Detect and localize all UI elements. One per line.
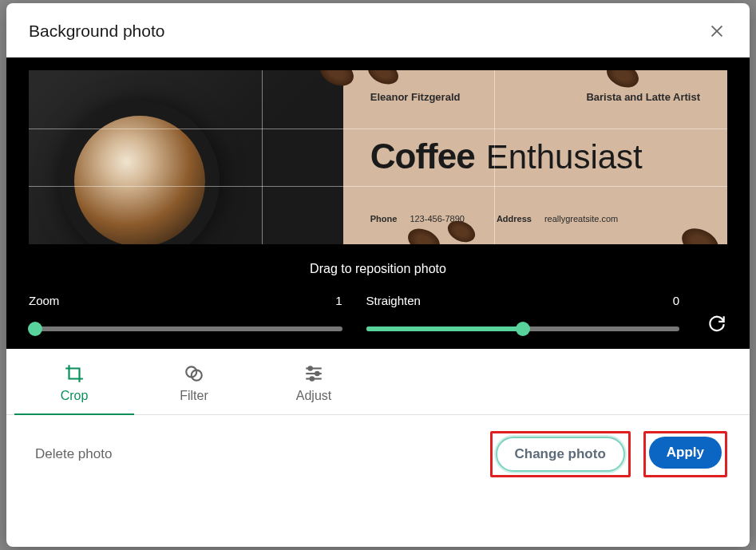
rotate-icon	[707, 313, 727, 334]
crop-icon	[64, 363, 85, 384]
coffee-bean-decor	[364, 70, 402, 89]
change-photo-button[interactable]: Change photo	[496, 437, 625, 472]
photo-headline-1: Coffee	[370, 137, 475, 176]
straighten-value: 0	[673, 294, 679, 307]
straighten-label: Straighten	[366, 294, 421, 307]
address-label: Address	[497, 214, 532, 224]
drag-hint: Drag to reposition photo	[6, 244, 750, 291]
photo-role: Barista and Latte Artist	[586, 91, 700, 103]
close-button[interactable]	[703, 18, 730, 45]
modal-header: Background photo	[6, 3, 750, 57]
photo-left-panel	[29, 70, 343, 244]
tab-crop[interactable]: Crop	[14, 349, 134, 414]
modal-title: Background photo	[29, 22, 164, 41]
zoom-label: Zoom	[29, 294, 59, 307]
svg-point-7	[309, 366, 312, 370]
slider-controls: Zoom 1 Straighten 0	[6, 291, 750, 349]
photo-preview: Eleanor Fitzgerald Barista and Latte Art…	[29, 70, 727, 244]
straighten-control: Straighten 0	[366, 294, 680, 331]
photo-crop-area[interactable]: Eleanor Fitzgerald Barista and Latte Art…	[29, 70, 727, 244]
zoom-value: 1	[335, 294, 342, 307]
photo-right-panel: Eleanor Fitzgerald Barista and Latte Art…	[343, 70, 727, 244]
photo-name: Eleanor Fitzgerald	[370, 91, 461, 103]
photo-headline-2: Enthusiast	[486, 138, 643, 176]
coffee-cup-image	[60, 101, 220, 244]
background-photo-modal: Background photo Eleanor Fitzgerald	[6, 3, 750, 547]
modal-footer: Delete photo Change photo Apply	[6, 415, 750, 497]
straighten-slider[interactable]	[366, 326, 680, 331]
svg-point-9	[311, 377, 314, 380]
adjust-icon	[303, 363, 324, 384]
zoom-control: Zoom 1	[29, 294, 342, 331]
address-value: reallygreatsite.com	[544, 214, 618, 224]
filter-icon	[184, 363, 204, 384]
tab-filter[interactable]: Filter	[134, 349, 254, 414]
svg-point-8	[315, 372, 319, 375]
edit-tabs: Crop Filter Adjust	[6, 349, 750, 415]
straighten-slider-thumb[interactable]	[516, 322, 530, 336]
tab-adjust-label: Adjust	[296, 389, 331, 403]
tab-filter-label: Filter	[180, 389, 208, 403]
tab-crop-label: Crop	[61, 389, 89, 403]
coffee-bean-decor	[404, 224, 444, 244]
annotation-highlight: Change photo	[490, 431, 631, 477]
apply-button[interactable]: Apply	[649, 437, 722, 469]
reset-straighten-button[interactable]	[703, 313, 727, 336]
delete-photo-link[interactable]: Delete photo	[35, 446, 112, 462]
phone-label: Phone	[370, 214, 398, 224]
photo-stage: Eleanor Fitzgerald Barista and Latte Art…	[6, 57, 750, 244]
coffee-bean-decor	[677, 223, 722, 244]
footer-actions: Change photo Apply	[490, 431, 728, 477]
close-icon	[708, 22, 726, 40]
zoom-slider[interactable]	[29, 326, 342, 331]
annotation-highlight: Apply	[643, 431, 727, 477]
tab-adjust[interactable]: Adjust	[254, 349, 374, 414]
zoom-slider-thumb[interactable]	[28, 322, 42, 336]
coffee-bean-decor	[603, 70, 643, 93]
